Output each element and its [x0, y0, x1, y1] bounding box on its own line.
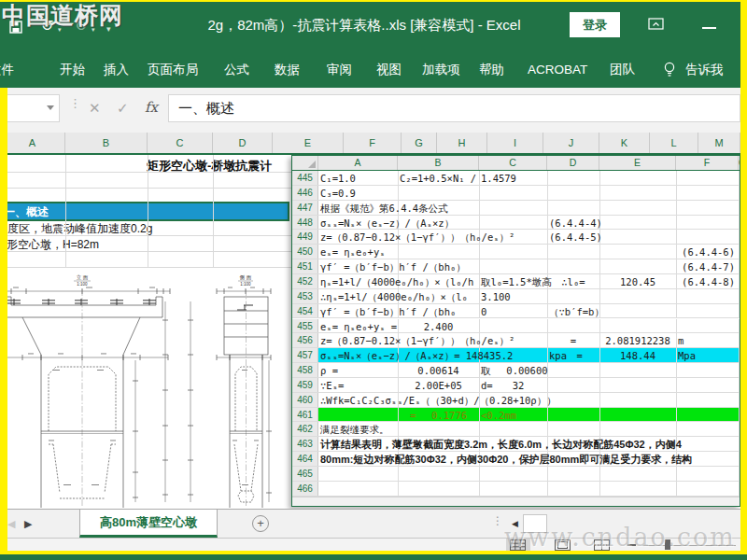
- row-header[interactable]: 456: [292, 333, 318, 347]
- table-row[interactable]: 449z=（0.87−0.12×（1−γf′））（h₀/eₛ）²(6.4.4-5…: [292, 230, 740, 245]
- cell[interactable]: ∴ηₛ=1+l/（4000e₀/h₀）×（l₀: [320, 290, 468, 303]
- cell[interactable]: 取 0.00600: [481, 364, 548, 377]
- table-row[interactable]: 448σₛₛ=Nₛ×（eₛ−z）/（Aₛ×z）(6.4.4-4): [292, 216, 740, 231]
- cell[interactable]: ∴Wfk=C₁C₂C₃σₛₛ/Eₛ（（30+d）/（0.28+10ρ））: [320, 394, 557, 407]
- table-row[interactable]: 451γf′ =（b′f−b）h′f /（bh₀）(6.4.4-7): [292, 259, 740, 274]
- column-header[interactable]: E: [273, 133, 344, 153]
- cell[interactable]: d= 32: [481, 379, 524, 392]
- column-header[interactable]: E: [599, 156, 676, 170]
- row-header[interactable]: 447: [292, 201, 318, 215]
- cell[interactable]: 80mm:短边对称配筋30Φ32，内侧30Φ20，保护层80mm即可满足受力要求…: [320, 453, 692, 466]
- column-header[interactable]: F: [676, 156, 739, 170]
- front-window-scroll-strip[interactable]: [292, 497, 740, 506]
- cell[interactable]: =: [547, 334, 599, 347]
- cancel-icon[interactable]: ✕: [89, 100, 101, 117]
- sheet-nav-right-icon[interactable]: ▶: [24, 518, 32, 530]
- cell[interactable]: C₃=0.9: [320, 187, 356, 200]
- table-row[interactable]: 452ηₛ=1+l/（4000e₀/h₀）×（l₀/h取l₀=1.5*墩高 ∴l…: [292, 274, 740, 289]
- ribbon-tab[interactable]: ACROBAT: [528, 52, 587, 88]
- row-header[interactable]: 460: [292, 393, 318, 407]
- row-header[interactable]: 450: [292, 245, 318, 259]
- column-header[interactable]: B: [65, 133, 148, 153]
- cell[interactable]: ρ =: [320, 364, 338, 377]
- cell[interactable]: 根据《规范》第6.4.4条公式: [320, 202, 448, 215]
- cell[interactable]: γf′ =（b′f−b）h′f /（bh₀: [320, 305, 456, 318]
- select-all-corner[interactable]: [292, 156, 318, 170]
- ribbon-tab[interactable]: 数据: [275, 52, 300, 88]
- enter-icon[interactable]: ✓: [117, 100, 129, 117]
- cell[interactable]: Mpa: [678, 349, 696, 362]
- row-header[interactable]: 463: [292, 437, 318, 451]
- row-header[interactable]: 458: [292, 363, 318, 377]
- table-row[interactable]: 466: [292, 482, 740, 497]
- cell[interactable]: 2.400: [398, 320, 479, 333]
- name-box[interactable]: [0, 94, 60, 122]
- cell[interactable]: m: [678, 334, 684, 347]
- section-header-cell[interactable]: 一、概述: [0, 203, 289, 219]
- cell[interactable]: 计算结果表明，薄壁墩截面宽度3.2m，长度6.0m，长边对称配筋45Φ32，内侧…: [320, 438, 682, 451]
- cell[interactable]: 3.100: [481, 290, 511, 303]
- row-header[interactable]: 462: [292, 422, 318, 436]
- cell[interactable]: ∵Eₛ=: [320, 379, 344, 392]
- cell[interactable]: (6.4.4-6): [676, 245, 735, 259]
- ribbon-tab[interactable]: 团队: [610, 52, 635, 88]
- row-header[interactable]: 454: [292, 304, 318, 318]
- cell[interactable]: (6.4.4-5): [549, 231, 602, 244]
- insert-function-icon[interactable]: fx: [145, 99, 158, 116]
- table-row[interactable]: 457σₛₛ=Nₛ×（eₛ−z）/（Aₛ×z）= 148435.2kpa =14…: [292, 348, 740, 363]
- cell[interactable]: (6.4.4-8): [676, 275, 735, 288]
- cell[interactable]: 120.45: [599, 275, 676, 288]
- cell[interactable]: 满足裂缝要求。: [320, 423, 389, 436]
- cell[interactable]: 0.00614: [398, 364, 479, 377]
- table-row[interactable]: 450eₛ= ηₛe₀+yₛ(6.4.4-6): [292, 245, 740, 259]
- column-header[interactable]: C: [479, 156, 547, 170]
- new-sheet-button[interactable]: +: [252, 515, 269, 532]
- cell[interactable]: eₛ= ηₛe₀+yₛ =: [320, 320, 397, 333]
- cell[interactable]: 1.4579: [481, 172, 516, 185]
- cell[interactable]: kpa =: [549, 349, 583, 362]
- cell[interactable]: z=（0.87−0.12×（1−γf′））（h₀/eₛ）²: [320, 231, 514, 244]
- table-row[interactable]: 463计算结果表明，薄壁墩截面宽度3.2m，长度6.0m，长边对称配筋45Φ32…: [292, 437, 740, 452]
- row-header[interactable]: 466: [292, 482, 318, 496]
- cell[interactable]: <0.2mm: [481, 409, 516, 422]
- row-header[interactable]: 465: [292, 467, 318, 481]
- table-row[interactable]: 447根据《规范》第6.4.4条公式: [292, 201, 740, 216]
- minimize-button[interactable]: [702, 27, 716, 29]
- background-sheet-pane[interactable]: 矩形空心墩-桥墩抗震计 一、概述 度区，地震动峰值加速度0.2g 矩形空心墩，H…: [0, 155, 291, 509]
- row-header[interactable]: 461: [292, 408, 318, 422]
- cell[interactable]: C₁=1.0: [320, 172, 356, 185]
- cell[interactable]: (6.4.4-7): [676, 260, 735, 273]
- column-header[interactable]: M: [698, 133, 740, 153]
- table-row[interactable]: 454γf′ =（b′f−b）h′f /（bh₀ 0（∵b′f=b）: [292, 304, 740, 319]
- row-header[interactable]: 452: [292, 274, 318, 288]
- ribbon-tab[interactable]: 插入: [104, 52, 129, 88]
- table-row[interactable]: 462满足裂缝要求。: [292, 422, 740, 437]
- table-row[interactable]: 461= 0.1776<0.2mm: [292, 408, 740, 423]
- row-header[interactable]: 455: [292, 319, 318, 333]
- row-header[interactable]: 464: [292, 452, 318, 466]
- row-header[interactable]: 446: [292, 186, 318, 200]
- cell[interactable]: = 0.1776: [398, 409, 479, 422]
- cell[interactable]: 2.00E+05: [398, 379, 479, 392]
- ribbon-tab[interactable]: 开始: [60, 52, 85, 88]
- table-row[interactable]: 445C₁=1.0C₂=1+0.5×N₁ / N 1.4579: [292, 171, 740, 186]
- scrollbar-divider[interactable]: ⋮: [492, 514, 503, 527]
- formula-input[interactable]: 一、概述: [168, 94, 740, 122]
- ribbon-tab[interactable]: 审阅: [327, 52, 352, 88]
- column-header[interactable]: D: [547, 156, 599, 170]
- column-header[interactable]: A: [318, 156, 398, 170]
- column-header[interactable]: B: [398, 156, 479, 170]
- sheet-nav-left-icon[interactable]: ◀: [7, 518, 15, 530]
- column-header[interactable]: I: [487, 133, 543, 153]
- column-header[interactable]: J: [543, 133, 599, 153]
- column-header[interactable]: K: [599, 133, 650, 153]
- column-header[interactable]: A: [0, 133, 65, 153]
- ribbon-tab[interactable]: 页面布局: [148, 52, 198, 88]
- column-header[interactable]: D: [213, 133, 273, 153]
- row-header[interactable]: 459: [292, 378, 318, 392]
- table-row[interactable]: 455eₛ= ηₛe₀+yₛ =2.400: [292, 319, 740, 334]
- column-header[interactable]: H: [437, 133, 487, 153]
- column-header[interactable]: G: [402, 133, 437, 153]
- table-row[interactable]: 453∴ηₛ=1+l/（4000e₀/h₀）×（l₀ 3.100: [292, 289, 740, 304]
- cell[interactable]: γf′ =（b′f−b）h′f /（bh₀）: [320, 260, 466, 273]
